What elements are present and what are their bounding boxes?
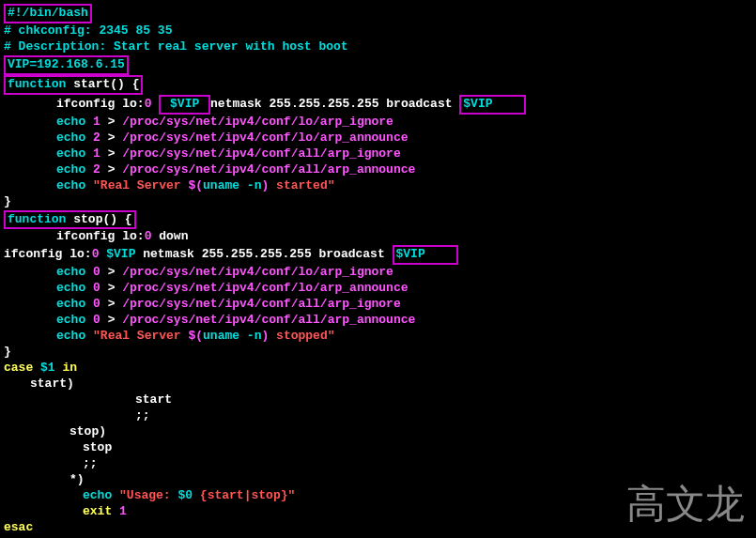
code-line: start (4, 392, 752, 408)
code-line: } (4, 345, 752, 361)
code-line: ifconfig lo:0 down (4, 229, 752, 245)
code-line: ifconfig lo:0 $VIP netmask 255.255.255.2… (4, 95, 752, 115)
code-line: echo 2 > /proc/sys/net/ipv4/conf/all/arp… (4, 162, 752, 178)
code-line: # chkconfig: 2345 85 35 (4, 23, 752, 39)
code-line: echo 0 > /proc/sys/net/ipv4/conf/lo/arp_… (4, 281, 752, 297)
watermark-text: 高文龙 (626, 479, 745, 530)
code-line: echo "Real Server $(uname -n) stopped" (4, 329, 752, 345)
code-line: echo 1 > /proc/sys/net/ipv4/conf/all/arp… (4, 146, 752, 162)
terminal-editor[interactable]: #!/bin/bash # chkconfig: 2345 85 35 # De… (4, 4, 752, 538)
code-line: function start() { (4, 75, 752, 95)
code-line: echo 0 > /proc/sys/net/ipv4/conf/lo/arp_… (4, 265, 752, 281)
code-line: # Description: Start real server with ho… (4, 39, 752, 55)
code-line: echo 0 > /proc/sys/net/ipv4/conf/all/arp… (4, 313, 752, 329)
code-line: ;; (4, 408, 752, 424)
code-line: case $1 in (4, 361, 752, 377)
code-line: ifconfig lo:0 $VIP netmask 255.255.255.2… (4, 245, 752, 265)
code-line: echo 0 > /proc/sys/net/ipv4/conf/all/arp… (4, 297, 752, 313)
code-line: #!/bin/bash (4, 4, 752, 23)
code-line: } (4, 194, 752, 210)
code-line: stop (4, 440, 752, 456)
code-line: echo "Real Server $(uname -n) started" (4, 178, 752, 194)
code-line: echo 2 > /proc/sys/net/ipv4/conf/lo/arp_… (4, 131, 752, 146)
code-line: start) (4, 377, 752, 392)
code-line: ;; (4, 456, 752, 472)
code-line: echo 1 > /proc/sys/net/ipv4/conf/lo/arp_… (4, 115, 752, 131)
code-line: function stop() { (4, 210, 752, 230)
code-line: VIP=192.168.6.15 (4, 55, 752, 75)
code-line: stop) (4, 424, 752, 440)
